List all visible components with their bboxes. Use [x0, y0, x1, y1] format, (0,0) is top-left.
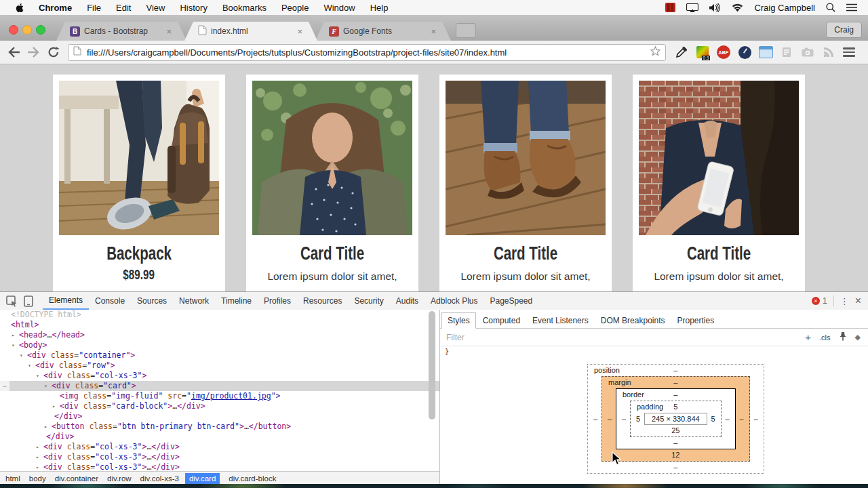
expand-arrow-down-icon[interactable]: ▾: [36, 371, 39, 381]
new-style-rule-icon[interactable]: +: [805, 331, 811, 343]
device-toolbar-icon[interactable]: [24, 296, 33, 307]
breadcrumb-div-card-block[interactable]: div.card-block: [229, 474, 276, 483]
colorzilla-extension-icon[interactable]: 0.9: [695, 45, 710, 60]
reload-button[interactable]: [47, 46, 60, 58]
breadcrumb-body[interactable]: body: [29, 474, 46, 483]
tab-close-icon[interactable]: ×: [165, 26, 173, 37]
devtools-tab-security[interactable]: Security: [348, 293, 389, 309]
menu-item-chrome[interactable]: Chrome: [39, 3, 72, 13]
pin-icon[interactable]: [839, 331, 847, 343]
devtools-tab-sources[interactable]: Sources: [131, 293, 173, 309]
margin-top-value[interactable]: –: [673, 378, 677, 386]
devtools-tab-elements[interactable]: Elements: [43, 292, 89, 310]
menu-item-history[interactable]: History: [180, 3, 207, 13]
dom-tree-row[interactable]: </div>: [0, 432, 439, 442]
devtools-tab-pagespeed[interactable]: PageSpeed: [484, 293, 538, 309]
menu-item-file[interactable]: File: [87, 3, 101, 13]
border-top-value[interactable]: –: [673, 390, 677, 399]
menu-item-people[interactable]: People: [281, 3, 309, 13]
sidebar-tab-event-listeners[interactable]: Event Listeners: [527, 313, 594, 328]
profile-button[interactable]: Craig: [826, 22, 862, 38]
sidebar-tab-computed[interactable]: Computed: [477, 313, 526, 328]
volume-icon[interactable]: [709, 3, 721, 12]
tab-close-icon[interactable]: ×: [429, 26, 437, 37]
breadcrumb-div-container[interactable]: div.container: [55, 474, 98, 483]
eyedropper-extension-icon[interactable]: [674, 45, 689, 60]
dom-tree-row[interactable]: …▾<div class="card">: [0, 381, 439, 391]
window-close-button[interactable]: [9, 25, 18, 35]
devtools-tab-profiles[interactable]: Profiles: [258, 293, 297, 309]
bookmark-star-icon[interactable]: [650, 46, 660, 59]
devtools-tab-console[interactable]: Console: [89, 293, 131, 309]
apple-menu-icon[interactable]: [15, 3, 24, 13]
menu-item-window[interactable]: Window: [323, 3, 355, 13]
back-button[interactable]: [7, 46, 20, 58]
dom-tree-scrollbar[interactable]: [429, 311, 435, 420]
sidebar-tab-dom-breakpoints[interactable]: DOM Breakpoints: [595, 313, 671, 328]
spotlight-search-icon[interactable]: [826, 3, 835, 12]
border-right-value[interactable]: –: [722, 415, 734, 423]
devtools-tab-resources[interactable]: Resources: [297, 293, 348, 309]
expand-arrow-down-icon[interactable]: ▾: [20, 350, 23, 361]
breadcrumb-div-card[interactable]: div.card: [185, 473, 220, 484]
dom-tree-row[interactable]: ▾<body>: [0, 340, 439, 350]
box-model-content[interactable]: 245 × 330.844: [644, 413, 707, 425]
browser-tab-cards-bootstrap[interactable]: B Cards - Bootstrap ×: [56, 22, 186, 41]
styles-filter-input[interactable]: [445, 332, 805, 343]
dom-tree-row[interactable]: ▾<div class="container">: [0, 350, 439, 361]
breadcrumb-div-row[interactable]: div.row: [107, 474, 132, 483]
dom-tree-row[interactable]: ▸<div class="card-block">…</div>: [0, 401, 439, 411]
position-left-value[interactable]: –: [589, 415, 601, 423]
breadcrumb-div-col-xs-3[interactable]: div.col-xs-3: [140, 474, 179, 483]
screen-recording-icon[interactable]: [665, 3, 675, 12]
expand-arrow-down-icon[interactable]: ▾: [44, 381, 47, 391]
rss-extension-icon[interactable]: [821, 45, 836, 60]
position-bottom-value[interactable]: –: [673, 463, 677, 471]
product-card-4[interactable]: Card Title Lorem ipsum dolor sit amet,: [633, 75, 805, 291]
menu-item-view[interactable]: View: [146, 3, 165, 13]
address-bar[interactable]: [68, 44, 666, 61]
dom-tree-row[interactable]: ▸<div class="col-xs-3">…</div>: [0, 462, 439, 471]
expand-arrow-down-icon[interactable]: ▾: [28, 361, 31, 371]
inspect-element-icon[interactable]: [6, 296, 18, 307]
sidebar-tab-properties[interactable]: Properties: [671, 313, 719, 328]
forward-button[interactable]: [27, 46, 41, 58]
position-right-value[interactable]: –: [750, 415, 762, 423]
chrome-menu-button[interactable]: [843, 47, 855, 57]
dom-tree-row[interactable]: </div>: [0, 411, 439, 422]
expand-arrow-down-icon[interactable]: ▾: [12, 340, 15, 350]
browser-tab-google-fonts[interactable]: F Google Fonts ×: [315, 22, 451, 41]
product-card-backpack[interactable]: Backpack $89.99: [53, 75, 225, 291]
notification-center-icon[interactable]: [846, 3, 857, 12]
margin-left-value[interactable]: –: [604, 415, 616, 423]
toggle-element-state-icon[interactable]: ◆: [855, 333, 861, 342]
window-minimize-button[interactable]: [22, 25, 32, 35]
url-input[interactable]: [85, 47, 646, 58]
expand-arrow-right-icon[interactable]: ▸: [12, 330, 15, 340]
padding-left-value[interactable]: 5: [632, 415, 644, 423]
devtools-tab-audits[interactable]: Audits: [390, 293, 425, 309]
breadcrumb-html[interactable]: html: [5, 474, 20, 483]
expand-arrow-right-icon[interactable]: ▸: [36, 442, 39, 452]
dom-tree-row[interactable]: <img class="img-fluid" src="img/product0…: [0, 391, 439, 401]
browser-window-extension-icon[interactable]: [758, 45, 773, 60]
expand-arrow-right-icon[interactable]: ▸: [52, 401, 56, 411]
dom-tree-row[interactable]: ▾<div class="col-xs-3">: [0, 371, 439, 381]
padding-right-value[interactable]: 5: [707, 415, 719, 423]
border-left-value[interactable]: –: [618, 415, 630, 423]
sidebar-tab-styles[interactable]: Styles: [441, 312, 476, 329]
border-bottom-value[interactable]: –: [673, 439, 677, 447]
dom-tree-row[interactable]: ▾<div class="row">: [0, 361, 439, 371]
camera-extension-icon[interactable]: [800, 45, 815, 60]
dom-tree-row[interactable]: ▸<head>…</head>: [0, 330, 439, 340]
dom-tree-row[interactable]: <html>: [0, 320, 439, 330]
expand-arrow-right-icon[interactable]: ▸: [36, 462, 39, 471]
padding-bottom-value[interactable]: 25: [671, 426, 679, 434]
dom-tree-row[interactable]: <!DOCTYPE html>: [0, 310, 439, 320]
dom-tree-row[interactable]: ▸<div class="col-xs-3">…</div>: [0, 452, 439, 462]
devtools-menu-icon[interactable]: ⋮: [840, 296, 849, 306]
wifi-icon[interactable]: [732, 3, 743, 12]
menu-item-help[interactable]: Help: [370, 3, 389, 13]
expand-arrow-right-icon[interactable]: ▸: [44, 422, 47, 432]
expand-arrow-right-icon[interactable]: ▸: [36, 452, 39, 462]
